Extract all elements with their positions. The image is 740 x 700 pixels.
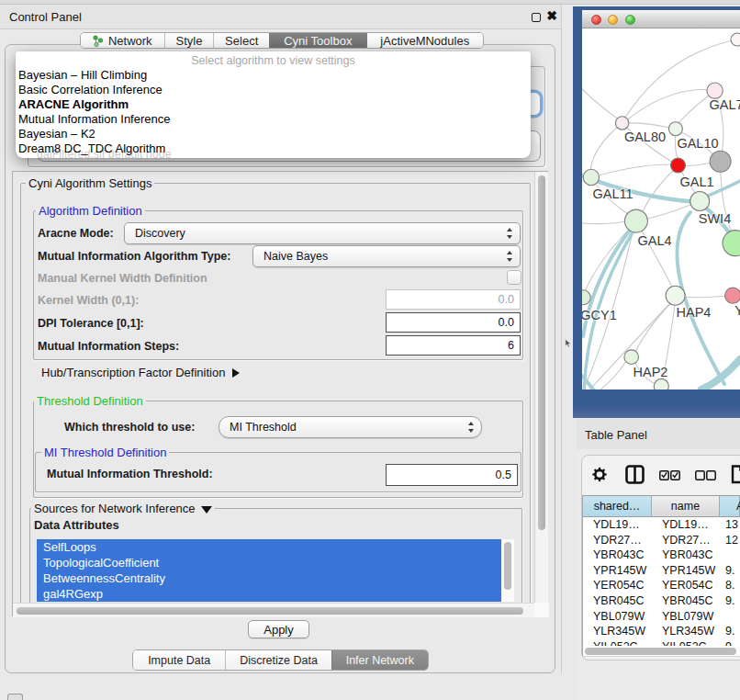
close-panel-button[interactable]: ✖ (545, 7, 558, 24)
cell-shared-name: YBR045C (583, 593, 652, 609)
network-edge[interactable] (643, 166, 678, 211)
network-edge[interactable] (582, 89, 622, 122)
mi-threshold-group: MI Threshold Definition Mutual Informati… (35, 452, 521, 492)
new-column-doc-icon[interactable] (731, 465, 740, 484)
manual-kernel-checkbox[interactable] (507, 270, 521, 285)
float-window-button[interactable] (532, 13, 541, 22)
scrollbar-corner (534, 603, 549, 617)
network-node[interactable] (583, 169, 599, 185)
tab-jactivemnodules[interactable]: jActiveMNodules (366, 33, 483, 48)
attributes-list-scrollbar-thumb[interactable] (504, 542, 511, 590)
network-node-label: GAL1 (679, 175, 713, 189)
table-horizontal-scrollbar-thumb[interactable] (585, 648, 736, 656)
kernel-width-field[interactable]: 0.0 (386, 289, 521, 310)
settings-vertical-scrollbar-thumb[interactable] (538, 175, 545, 530)
dpi-tolerance-field[interactable]: 0.0 (386, 312, 521, 333)
table-row[interactable]: YIL052C YIL052C 9. (583, 639, 740, 646)
table-row[interactable]: YDR27… YDR27… 12 (583, 533, 740, 548)
algorithm-definition-group: Algorithm Definition Aracne Mode: Discov… (33, 210, 523, 360)
table-row[interactable]: YBR043C YBR043C (583, 548, 740, 563)
table-row[interactable]: YDL19… YDL19… 13 (583, 517, 740, 533)
minimize-window-icon[interactable] (608, 15, 618, 25)
split-columns-icon[interactable] (625, 465, 645, 484)
dropdown-item[interactable]: Dream8 DC_TDC Algorithm (18, 141, 165, 156)
dropdown-item[interactable]: Bayesian – Hill Climbing (18, 68, 147, 83)
table-row[interactable]: YBR045C YBR045C 9. (583, 593, 740, 609)
network-node[interactable] (725, 288, 740, 303)
select-all-columns-icon[interactable] (659, 470, 680, 480)
table-row[interactable]: YBL079W YBL079W (583, 609, 740, 625)
table-row[interactable]: YPR145W YPR145W 9. (583, 563, 740, 579)
tab-style[interactable]: Style (164, 33, 214, 48)
network-node[interactable] (624, 209, 647, 232)
close-window-icon[interactable] (591, 15, 601, 25)
data-attributes-list[interactable]: SelfLoops TopologicalCoefficient Between… (37, 539, 501, 602)
column-header-name[interactable]: name (652, 496, 720, 516)
tab-discretize-data[interactable]: Discretize Data (225, 650, 331, 670)
network-node[interactable] (690, 192, 710, 211)
settings-vertical-scrollbar[interactable] (534, 172, 548, 615)
network-view-canvas[interactable]: GAL7GAL80GAL10GAL1GAL11SWI4GAL4GCY1HAP4Y… (582, 28, 740, 390)
network-node-label: GAL10 (677, 136, 718, 151)
aracne-mode-combobox[interactable]: Discovery (124, 222, 521, 244)
network-node[interactable] (731, 33, 740, 46)
hub-factor-section[interactable]: Hub/Transcription Factor Definition (41, 366, 240, 379)
table-row[interactable]: YLR345W YLR345W 9. (583, 624, 740, 639)
network-node[interactable] (615, 117, 628, 130)
cell-value (720, 548, 740, 563)
dropdown-item-selected[interactable]: ARACNE Algorithm (18, 97, 129, 112)
dropdown-item[interactable]: Bayesian – K2 (18, 127, 95, 141)
attribute-item[interactable]: gal4RGexp (37, 586, 501, 602)
gear-icon[interactable] (592, 465, 607, 484)
network-edge[interactable] (623, 123, 669, 128)
which-threshold-combobox[interactable]: MI Threshold (219, 416, 482, 438)
mi-steps-field[interactable]: 6 (386, 335, 521, 356)
network-node[interactable] (710, 151, 731, 172)
attribute-item[interactable]: SelfLoops (37, 539, 501, 555)
attribute-item[interactable]: BetweennessCentrality (37, 570, 501, 586)
sources-group-title[interactable]: Sources for Network Inference (31, 502, 215, 515)
dropdown-item[interactable]: Basic Correlation Inference (18, 83, 163, 97)
network-edge[interactable] (625, 89, 714, 121)
mi-threshold-value: 0.5 (496, 469, 511, 481)
column-header-partial[interactable]: A (720, 496, 740, 516)
network-edge[interactable] (635, 297, 677, 352)
attributes-list-scrollbar[interactable] (501, 539, 514, 602)
network-edge[interactable] (647, 205, 690, 219)
network-node[interactable] (668, 122, 682, 136)
settings-horizontal-scrollbar-thumb[interactable] (17, 607, 523, 615)
tab-network[interactable]: Network (81, 33, 164, 48)
network-node[interactable] (624, 350, 639, 365)
tab-infer-network[interactable]: Infer Network (331, 650, 428, 670)
dropdown-item[interactable]: Mutual Information Inference (18, 112, 170, 127)
settings-horizontal-scrollbar[interactable] (13, 603, 534, 617)
network-edge[interactable] (590, 124, 622, 171)
tab-impute-data[interactable]: Impute Data (133, 650, 225, 670)
mi-type-label: Mutual Information Algorithm Type: (38, 250, 230, 263)
network-node[interactable] (723, 231, 740, 256)
column-header-shared-name[interactable]: shared… (583, 496, 652, 516)
attribute-item[interactable]: TopologicalCoefficient (37, 555, 501, 570)
tab-select[interactable]: Select (213, 33, 269, 48)
network-node[interactable] (707, 83, 723, 98)
table-horizontal-scrollbar[interactable] (583, 646, 740, 656)
combo-stepper-icon (507, 251, 513, 262)
network-node[interactable] (654, 378, 668, 390)
mi-threshold-field[interactable]: 0.5 (386, 464, 518, 486)
network-node-label: HAP2 (633, 365, 668, 379)
tab-cyni-toolbox-label: Cyni Toolbox (284, 34, 352, 48)
mi-type-combobox[interactable]: Naive Bayes (252, 245, 521, 267)
sources-title-text: Sources for Network Inference (34, 502, 196, 515)
apply-button[interactable]: Apply (248, 620, 309, 638)
mi-type-value: Naive Bayes (263, 250, 328, 263)
tab-cyni-toolbox[interactable]: Cyni Toolbox (269, 33, 366, 48)
network-window-titlebar[interactable] (582, 10, 740, 28)
network-node[interactable] (666, 286, 685, 305)
network-edge[interactable] (701, 359, 740, 390)
network-edge[interactable] (582, 221, 625, 224)
network-edge[interactable] (592, 164, 671, 177)
network-node[interactable] (671, 158, 686, 173)
unselect-all-columns-icon[interactable] (695, 470, 716, 480)
table-row[interactable]: YER054C YER054C 8. (583, 578, 740, 593)
zoom-window-icon[interactable] (625, 15, 635, 25)
